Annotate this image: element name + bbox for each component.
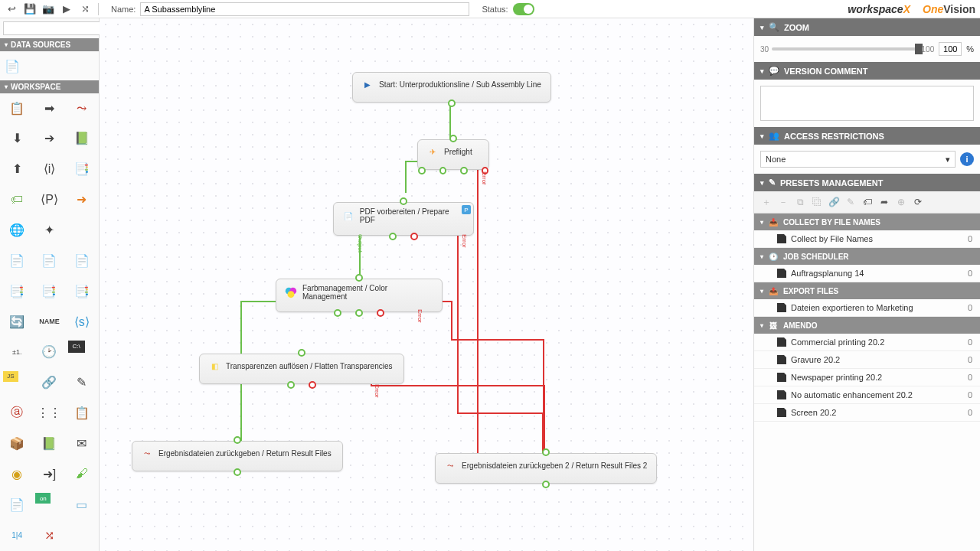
pal-refresh[interactable]: 🔄 — [3, 310, 31, 333]
color-icon — [284, 285, 298, 299]
node-start[interactable]: ▶ Start: Unterproduktionsline / Sub Asse… — [352, 72, 551, 103]
info-icon[interactable]: i — [960, 152, 974, 166]
pal-exit[interactable]: ➜] — [35, 462, 63, 485]
pal-up[interactable]: ⬆ — [3, 158, 31, 181]
preset-item[interactable]: Gravure 20.20 — [754, 351, 980, 369]
zoom-input[interactable] — [939, 42, 962, 56]
pal-net[interactable]: ◉ — [3, 462, 31, 485]
back-icon[interactable]: ↩ — [5, 2, 18, 16]
pm-new[interactable]: ⊕ — [893, 194, 909, 210]
pal-copy2[interactable]: 📑 — [35, 279, 63, 302]
pal-job[interactable]: 📋 — [3, 96, 31, 119]
pal-copy1[interactable]: 📑 — [3, 279, 31, 302]
workspace-header[interactable]: WORKSPACE — [0, 80, 99, 93]
pal-list[interactable]: 📋 — [68, 402, 96, 425]
pal-merge[interactable]: ⤳ — [68, 96, 96, 119]
pal-sn[interactable]: ⟨s⟩ — [68, 310, 96, 333]
name-input[interactable] — [140, 2, 469, 16]
pal-pdf1[interactable]: 📄 — [3, 249, 31, 272]
preset-group-header[interactable]: ▾📥COLLECT BY FILE NAMES — [754, 214, 980, 230]
pal-js[interactable]: JS — [3, 371, 18, 382]
pal-term[interactable]: C:\ — [68, 341, 85, 353]
pal-import[interactable]: ➡ — [35, 96, 63, 119]
comment-header[interactable]: ▾💬VERSION COMMENT — [754, 62, 980, 80]
pm-add[interactable]: ＋ — [759, 194, 774, 210]
preset-item[interactable]: Commercial printing 20.20 — [754, 334, 980, 351]
pal-card[interactable]: ▭ — [68, 493, 96, 516]
preset-group-header[interactable]: ▾🕑JOB SCHEDULER — [754, 248, 980, 265]
preset-count: 0 — [968, 303, 972, 312]
preset-item[interactable]: No automatic enhancement 20.20 — [754, 386, 980, 404]
zoom-header[interactable]: ▾🔍ZOOM — [754, 18, 980, 36]
pal-dots[interactable]: ⋮⋮ — [35, 402, 63, 425]
node-result1[interactable]: ⤳ Ergebnisdateien zurückgeben / Return R… — [132, 441, 343, 471]
pm-tag[interactable]: 🏷 — [860, 194, 875, 210]
node-preflight[interactable]: ✈ Preflight — [417, 139, 489, 170]
canvas[interactable]: ▶ Start: Unterproduktionsline / Sub Asse… — [100, 18, 753, 551]
preset-group-header[interactable]: ▾📤EXPORT FILES — [754, 282, 980, 299]
search-input[interactable] — [3, 21, 115, 35]
pal-copy3[interactable]: 📑 — [68, 279, 96, 302]
pal-globe[interactable]: 🌐 — [3, 218, 31, 241]
pal-link[interactable]: 🔗 — [35, 371, 63, 394]
save-icon[interactable]: 💾 — [23, 2, 37, 16]
pal-page[interactable]: 📄 — [3, 493, 31, 516]
status-toggle[interactable] — [513, 3, 534, 15]
data-sources-header[interactable]: DATA SOURCES — [0, 38, 99, 51]
logo-onevision: OneVision — [923, 3, 975, 15]
pal-at[interactable]: ⓐ — [3, 402, 31, 425]
pal-compass[interactable]: ✦ — [35, 218, 63, 241]
pal-box[interactable]: 📦 — [3, 432, 31, 455]
pal-code[interactable]: ⟨i⟩ — [35, 158, 63, 181]
pm-refresh[interactable]: ⟳ — [910, 194, 926, 210]
pal-download[interactable]: ⬇ — [3, 127, 31, 150]
pal-pen[interactable]: ✎ — [68, 371, 96, 394]
access-header[interactable]: ▾👥ACCESS RESTRICTIONS — [754, 127, 980, 145]
node-flatten[interactable]: ◧ Transparenzen auflösen / Flatten Trans… — [199, 354, 404, 384]
datasource-item[interactable]: 📄 — [5, 54, 20, 77]
pal-forward[interactable]: ➔ — [35, 127, 63, 150]
camera-icon[interactable]: 📷 — [41, 2, 55, 16]
presets-toolbar: ＋ － ⧉ ⿻ 🔗 ✎ 🏷 ➦ ⊕ ⟳ — [754, 191, 980, 214]
pal-arrow[interactable]: ➜ — [68, 188, 96, 211]
pal-l1[interactable]: ±1. — [3, 341, 31, 364]
pal-clock[interactable]: 🕑 — [35, 341, 63, 364]
pm-dup[interactable]: ⿻ — [809, 194, 825, 210]
edge-error-label: Error — [416, 309, 423, 323]
pal-green[interactable]: 📗 — [68, 127, 96, 150]
pm-copy[interactable]: ⧉ — [792, 194, 808, 210]
pal-brush[interactable]: 🖌 — [68, 462, 96, 485]
pal-blank1[interactable] — [68, 218, 96, 241]
pal-mail[interactable]: ✉ — [68, 432, 96, 455]
pal-split[interactable]: ⤮ — [35, 523, 63, 546]
preset-item[interactable]: Newspaper printing 20.20 — [754, 369, 980, 386]
node-color-mgmt[interactable]: Farbmanagement / Color Management — [276, 279, 443, 312]
pal-doc[interactable]: 📑 — [68, 158, 96, 181]
pal-name[interactable]: NAME — [35, 310, 63, 333]
node-prepare-pdf[interactable]: P 📄 PDF vorbereiten / Prepare PDF — [333, 202, 474, 236]
access-select[interactable]: None▾ — [760, 151, 956, 168]
pal-on[interactable]: on — [35, 493, 51, 504]
pm-send[interactable]: ➦ — [877, 194, 892, 210]
preset-item[interactable]: Auftragsplanung 140 — [754, 265, 980, 282]
zoom-slider[interactable]: 30 100 — [760, 45, 934, 54]
pal-blank2[interactable] — [68, 523, 96, 546]
node-result2[interactable]: ⤳ Ergebnisdateien zurückgeben 2 / Return… — [435, 453, 657, 484]
play-icon[interactable]: ▶ — [60, 2, 74, 16]
preset-item[interactable]: Dateien exportieren to Marketing0 — [754, 299, 980, 317]
pal-pdf3[interactable]: 📄 — [68, 249, 96, 272]
pal-14[interactable]: 1|4 — [3, 523, 31, 546]
pal-p[interactable]: ⟨P⟩ — [35, 188, 63, 211]
pm-remove[interactable]: － — [776, 194, 791, 210]
preset-item[interactable]: Screen 20.20 — [754, 404, 980, 422]
pal-tag[interactable]: 🏷 — [3, 188, 31, 211]
pm-edit[interactable]: ✎ — [843, 194, 858, 210]
presets-header[interactable]: ▾✎PRESETS MANAGEMENT — [754, 174, 980, 191]
pm-link[interactable]: 🔗 — [826, 194, 841, 210]
comment-input[interactable] — [760, 86, 974, 121]
pal-pdf2[interactable]: 📄 — [35, 249, 63, 272]
pal-book[interactable]: 📗 — [35, 432, 63, 455]
preset-group-header[interactable]: ▾🖼AMENDO — [754, 317, 980, 334]
branch-icon[interactable]: ⤭ — [78, 2, 92, 16]
preset-item[interactable]: Collect by File Names0 — [754, 230, 980, 248]
